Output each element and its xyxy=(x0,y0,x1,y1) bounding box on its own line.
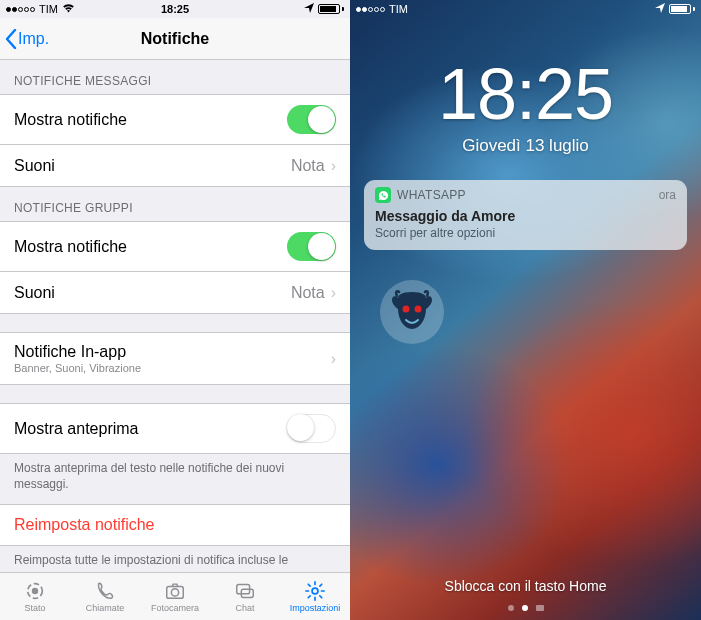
cell-label: Mostra notifiche xyxy=(14,111,127,129)
page-title: Notifiche xyxy=(141,30,209,48)
tab-camera[interactable]: Fotocamera xyxy=(140,573,210,620)
lock-date: Giovedì 13 luglio xyxy=(350,136,701,156)
section-footer-preview: Mostra anteprima del testo nelle notific… xyxy=(0,454,350,504)
location-icon xyxy=(655,3,665,15)
cell-subtitle: Banner, Suoni, Vibrazione xyxy=(14,362,141,374)
row-inapp-notifications[interactable]: Notifiche In-app Banner, Suoni, Vibrazio… xyxy=(0,332,350,385)
notification-app-name: WHATSAPP xyxy=(397,188,653,202)
section-header-groups: NOTIFICHE GRUPPI xyxy=(0,187,350,221)
lock-time: 18:25 xyxy=(350,58,701,130)
chevron-right-icon: › xyxy=(331,284,336,302)
toggle-groups-show[interactable] xyxy=(287,232,336,261)
wifi-icon xyxy=(62,3,75,15)
battery-icon xyxy=(318,4,344,14)
camera-dot-icon xyxy=(536,605,544,611)
status-bar: TIM xyxy=(350,0,701,18)
row-messages-sounds[interactable]: Suoni Nota › xyxy=(0,145,350,187)
svg-point-3 xyxy=(171,589,178,596)
nav-bar: Imp. Notifiche xyxy=(0,18,350,60)
signal-icon xyxy=(6,7,35,12)
tab-chat[interactable]: Chat xyxy=(210,573,280,620)
notification-subtitle: Scorri per altre opzioni xyxy=(375,226,676,240)
watermark-icon xyxy=(380,280,444,344)
tab-bar: Stato Chiamate Fotocamera Chat Impostazi… xyxy=(0,572,350,620)
cell-label: Mostra notifiche xyxy=(14,238,127,256)
lock-clock: 18:25 Giovedì 13 luglio xyxy=(350,58,701,156)
page-indicator xyxy=(350,605,701,611)
location-icon xyxy=(304,3,314,15)
cell-value: Nota xyxy=(291,284,325,302)
toggle-messages-show[interactable] xyxy=(287,105,336,134)
tab-calls[interactable]: Chiamate xyxy=(70,573,140,620)
section-footer-reset: Reimposta tutte le impostazioni di notif… xyxy=(0,546,350,572)
back-label: Imp. xyxy=(18,30,49,48)
svg-point-7 xyxy=(403,306,410,313)
tab-label: Fotocamera xyxy=(151,603,199,613)
carrier-label: TIM xyxy=(39,3,58,15)
signal-icon xyxy=(356,7,385,12)
svg-point-6 xyxy=(312,588,318,594)
cell-label: Notifiche In-app xyxy=(14,343,141,361)
cell-value: Nota xyxy=(291,157,325,175)
notification-title: Messaggio da Amore xyxy=(375,208,676,224)
settings-screen: TIM 18:25 Imp. Notifiche NOTIFICHE MESSA… xyxy=(0,0,350,620)
tab-label: Stato xyxy=(24,603,45,613)
chevron-right-icon: › xyxy=(331,157,336,175)
cell-label: Suoni xyxy=(14,157,55,175)
row-groups-show[interactable]: Mostra notifiche xyxy=(0,221,350,272)
tab-status[interactable]: Stato xyxy=(0,573,70,620)
lockscreen-notification[interactable]: WHATSAPP ora Messaggio da Amore Scorri p… xyxy=(364,180,687,250)
battery-icon xyxy=(669,4,695,14)
row-reset-notifications[interactable]: Reimposta notifiche xyxy=(0,504,350,546)
row-show-preview[interactable]: Mostra anteprima xyxy=(0,403,350,454)
section-header-messages: NOTIFICHE MESSAGGI xyxy=(0,60,350,94)
tab-label: Chiamate xyxy=(86,603,125,613)
carrier-label: TIM xyxy=(389,3,408,15)
settings-list[interactable]: NOTIFICHE MESSAGGI Mostra notifiche Suon… xyxy=(0,60,350,572)
svg-point-1 xyxy=(32,588,38,594)
status-icon xyxy=(23,580,47,602)
cell-label: Reimposta notifiche xyxy=(14,516,155,534)
whatsapp-icon xyxy=(375,187,391,203)
cell-label: Mostra anteprima xyxy=(14,420,139,438)
tab-label: Impostazioni xyxy=(290,603,341,613)
row-groups-sounds[interactable]: Suoni Nota › xyxy=(0,272,350,314)
svg-point-8 xyxy=(415,306,422,313)
row-messages-show[interactable]: Mostra notifiche xyxy=(0,94,350,145)
status-bar: TIM 18:25 xyxy=(0,0,350,18)
tab-label: Chat xyxy=(235,603,254,613)
gear-icon xyxy=(303,580,327,602)
chevron-right-icon: › xyxy=(331,350,336,368)
tab-settings[interactable]: Impostazioni xyxy=(280,573,350,620)
cell-label: Suoni xyxy=(14,284,55,302)
unlock-hint: Sblocca con il tasto Home xyxy=(350,578,701,594)
lock-screen: TIM 18:25 Giovedì 13 luglio WHATSAPP ora… xyxy=(350,0,701,620)
toggle-show-preview[interactable] xyxy=(287,414,336,443)
back-button[interactable]: Imp. xyxy=(4,29,49,49)
camera-icon xyxy=(163,580,187,602)
phone-icon xyxy=(93,580,117,602)
notification-time: ora xyxy=(659,188,676,202)
status-time: 18:25 xyxy=(161,3,189,15)
chevron-left-icon xyxy=(4,29,18,49)
chat-icon xyxy=(233,580,257,602)
